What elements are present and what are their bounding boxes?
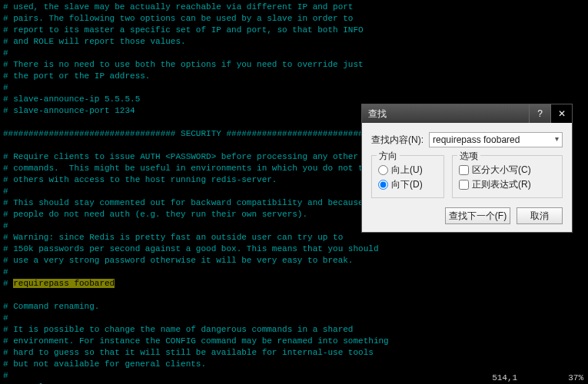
editor-line: # pairs. The following two options can b…: [3, 13, 585, 25]
editor-line: [3, 290, 585, 301]
editor-line: # requirepass foobared: [3, 278, 585, 290]
editor-line: # used, the slave may be actually reacha…: [3, 2, 585, 13]
dialog-titlebar[interactable]: 查找 ? ✕: [362, 104, 572, 123]
direction-up[interactable]: 向上(U): [378, 164, 437, 177]
editor-line: # hard to guess so that it will still be…: [3, 347, 585, 359]
option-regex[interactable]: 正则表达式(R): [459, 178, 556, 191]
editor-line: # use a very strong password otherwise i…: [3, 255, 585, 266]
editor-line: #: [3, 313, 585, 324]
checkbox-regex[interactable]: [459, 180, 469, 190]
editor-line: # report to its master a specific set of…: [3, 25, 585, 36]
editor-line: # the port or the IP address.: [3, 71, 585, 82]
editor-line: # Command renaming.: [3, 301, 585, 313]
editor-line: # and ROLE will report those values.: [3, 36, 585, 48]
find-dialog: 查找 ? ✕ 查找内容(N): requirepass foobared 方向 …: [361, 104, 573, 233]
editor-line: #: [3, 48, 585, 59]
find-next-button[interactable]: 查找下一个(F): [445, 207, 510, 224]
options-group: 选项 区分大小写(C) 正则表达式(R): [452, 155, 563, 198]
help-button[interactable]: ?: [529, 104, 550, 123]
radio-down[interactable]: [378, 180, 388, 190]
editor-line: # but not available for general clients.: [3, 359, 585, 370]
editor-line: # It is possible to change the name of d…: [3, 324, 585, 336]
radio-up[interactable]: [378, 165, 388, 175]
search-value: requirepass foobared: [433, 134, 520, 145]
checkbox-case[interactable]: [459, 165, 469, 175]
close-button[interactable]: ✕: [550, 104, 572, 123]
editor-line: # Warning: since Redis is pretty fast an…: [3, 232, 585, 243]
dialog-title: 查找: [368, 108, 529, 121]
options-title: 选项: [457, 150, 480, 163]
direction-title: 方向: [377, 150, 400, 163]
search-label: 查找内容(N):: [371, 134, 429, 147]
option-case[interactable]: 区分大小写(C): [459, 164, 556, 177]
editor-line: # There is no need to use both the optio…: [3, 59, 585, 71]
editor-line: # 150k passwords per second against a go…: [3, 243, 585, 255]
editor-line: # environment. For instance the CONFIG c…: [3, 336, 585, 347]
search-highlight: requirepass foobared: [13, 279, 115, 288]
cancel-button[interactable]: 取消: [517, 207, 563, 224]
editor-line: #: [3, 82, 585, 94]
status-bar: 514,1 37%: [492, 373, 583, 382]
direction-group: 方向 向上(U) 向下(D): [371, 155, 444, 198]
search-input[interactable]: requirepass foobared: [429, 132, 563, 147]
direction-down[interactable]: 向下(D): [378, 178, 437, 191]
editor-line: #: [3, 266, 585, 278]
